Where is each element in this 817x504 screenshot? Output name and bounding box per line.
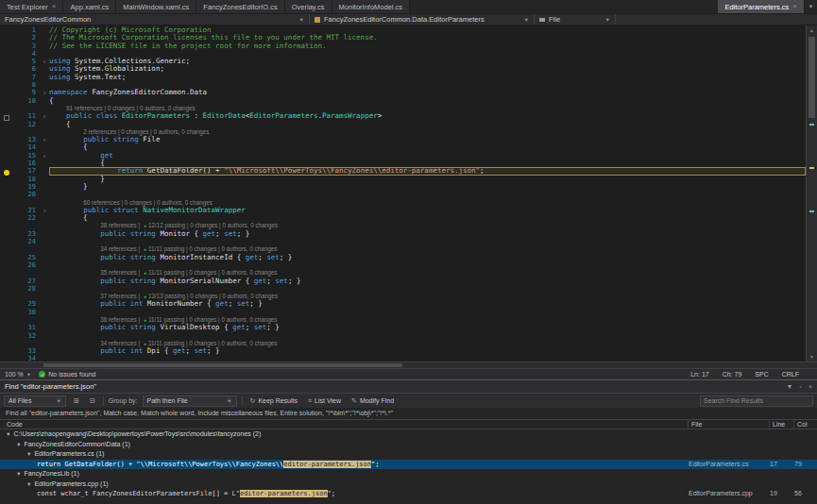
- line-indicator[interactable]: Ln: 17: [690, 371, 708, 378]
- find-group-row[interactable]: ▼FancyZonesEditorCommon\Data (1): [0, 440, 817, 450]
- fold-chevron-icon[interactable]: ∨: [40, 207, 49, 214]
- code-line[interactable]: 1// Copyright (c) Microsoft Corporation: [0, 26, 806, 34]
- expand-all-button[interactable]: ⊞: [71, 397, 82, 405]
- horizontal-scrollbar[interactable]: [0, 361, 817, 368]
- window-menu-icon[interactable]: ▼: [786, 383, 792, 390]
- spaces-indicator[interactable]: SPC: [755, 371, 768, 378]
- code-line[interactable]: 15∨ get: [0, 152, 806, 160]
- fold-chevron-icon[interactable]: ∨: [40, 58, 49, 65]
- codelens-row[interactable]: 91 references | 0 changes | 0 authors, 0…: [0, 105, 806, 112]
- group-by-dropdown[interactable]: Path then File ▼: [143, 395, 237, 407]
- code-line[interactable]: 16 {: [0, 160, 806, 167]
- tab-editorparameters[interactable]: EditorParameters.cs ×: [718, 0, 805, 13]
- code-line[interactable]: 2// The Microsoft Corporation licenses t…: [0, 34, 806, 42]
- find-group-row[interactable]: ▼EditorParameters.cpp (1): [0, 479, 817, 490]
- close-icon[interactable]: ×: [792, 3, 797, 10]
- codelens-row[interactable]: 37 references | ●13/13 passing | 0 chang…: [0, 293, 806, 300]
- document-tab[interactable]: App.xaml.cs: [63, 0, 116, 13]
- code-line[interactable]: 21∨ public struct NativeMonitorDataWrapp…: [0, 207, 806, 214]
- fold-chevron-icon[interactable]: ∨: [40, 136, 49, 143]
- code-line[interactable]: 33 public int Dpi { get; set; }: [0, 347, 806, 355]
- column-header-file[interactable]: File: [689, 420, 770, 428]
- vertical-scrollbar[interactable]: ▲ ▼: [806, 25, 817, 361]
- tab-list-dropdown-icon[interactable]: ▼: [805, 0, 817, 13]
- expander-icon[interactable]: ▼: [16, 471, 21, 477]
- find-panel-header[interactable]: Find "editor-parameters.json" ▼ ▫ ×: [0, 380, 817, 393]
- find-result-row[interactable]: const wchar_t FancyZonesEditorParameters…: [0, 489, 817, 499]
- expander-icon[interactable]: ▼: [26, 451, 31, 457]
- code-line[interactable]: 31 public string VirtualDesktop { get; s…: [0, 324, 806, 331]
- code-line[interactable]: 27 public string MonitorSerialNumber { g…: [0, 277, 806, 285]
- code-line[interactable]: 28: [0, 285, 806, 293]
- code-line[interactable]: 29 public int MonitorNumber { get; set; …: [0, 300, 806, 308]
- document-tab[interactable]: Overlay.cs: [285, 0, 332, 13]
- code-line[interactable]: 4: [0, 50, 806, 58]
- close-icon[interactable]: ×: [808, 383, 812, 390]
- code-line[interactable]: 3// See the LICENSE file in the project …: [0, 42, 806, 50]
- codelens-row[interactable]: 35 references | ●11/11 passing | 0 chang…: [0, 269, 806, 277]
- fold-chevron-icon[interactable]: ∨: [40, 89, 49, 96]
- column-header-code[interactable]: Code: [0, 420, 689, 428]
- codelens-row[interactable]: 60 references | 0 changes | 0 authors, 0…: [0, 199, 806, 207]
- codelens-row[interactable]: 34 references | ●11/11 passing | 0 chang…: [0, 245, 806, 253]
- find-group-row[interactable]: ▼C:\Users\zhaopengwang\Desktop\powertoys…: [0, 429, 817, 440]
- zoom-control[interactable]: 100 % ▼: [5, 371, 31, 378]
- code-line[interactable]: 23 public string Monitor { get; set; }: [0, 230, 806, 238]
- close-icon[interactable]: ×: [52, 3, 57, 10]
- code-line[interactable]: 24: [0, 238, 806, 245]
- health-indicator[interactable]: ✓ No issues found: [39, 371, 95, 378]
- code-line[interactable]: 8: [0, 81, 806, 89]
- code-line[interactable]: 10{: [0, 97, 806, 105]
- code-line[interactable]: 6using System.Globalization;: [0, 65, 806, 73]
- column-indicator[interactable]: Ch: 79: [723, 371, 742, 378]
- eol-indicator[interactable]: CRLF: [782, 371, 799, 378]
- expander-icon[interactable]: ▼: [26, 481, 31, 487]
- type-dropdown[interactable]: FancyZonesEditorCommon.Data.EditorParame…: [310, 14, 535, 25]
- codelens-row[interactable]: 34 references | ●11/11 passing | 0 chang…: [0, 340, 806, 347]
- document-tab[interactable]: MainWindow.xaml.cs: [116, 0, 196, 13]
- code-line[interactable]: 30: [0, 309, 806, 316]
- list-view-button[interactable]: ≡ List View: [305, 397, 344, 404]
- code-line[interactable]: 25 public string MonitorInstanceId { get…: [0, 254, 806, 261]
- member-dropdown[interactable]: File ▼: [535, 14, 616, 25]
- modify-find-button[interactable]: ✎ Modify Find: [349, 397, 397, 405]
- code-line[interactable]: 7using System.Text;: [0, 74, 806, 81]
- code-line[interactable]: 26: [0, 261, 806, 269]
- column-header-col[interactable]: Col: [794, 420, 817, 428]
- fold-chevron-icon[interactable]: ∨: [40, 152, 49, 160]
- scroll-up-icon[interactable]: ▲: [807, 25, 817, 35]
- find-result-row[interactable]: return GetDataFolder() + "\\Microsoft\\P…: [0, 460, 817, 470]
- code-line[interactable]: 5∨using System.Collections.Generic;: [0, 58, 806, 65]
- search-find-results-input[interactable]: [700, 395, 813, 407]
- scrollbar-thumb[interactable]: [808, 37, 815, 118]
- codelens-row[interactable]: 38 references | ●12/12 passing | 0 chang…: [0, 222, 806, 229]
- pin-icon[interactable]: ▫: [799, 383, 801, 390]
- code-line[interactable]: 32: [0, 332, 806, 340]
- column-header-line[interactable]: Line: [770, 420, 794, 428]
- codelens-row[interactable]: 36 references | ●11/11 passing | 0 chang…: [0, 316, 806, 324]
- code-line[interactable]: 18 }: [0, 176, 806, 183]
- scroll-down-icon[interactable]: ▼: [807, 352, 817, 361]
- fold-chevron-icon[interactable]: ∨: [40, 112, 49, 120]
- code-area[interactable]: 1// Copyright (c) Microsoft Corporation2…: [0, 25, 806, 361]
- scrollbar-thumb[interactable]: [43, 363, 402, 367]
- find-group-row[interactable]: ▼EditorParameters.cs (1): [0, 449, 817, 460]
- code-line[interactable]: 19 }: [0, 183, 806, 191]
- document-tab[interactable]: FancyZonesEditorIO.cs: [196, 0, 284, 13]
- code-line[interactable]: 12 {: [0, 121, 806, 128]
- scope-dropdown[interactable]: All Files ▼: [4, 395, 66, 407]
- document-tab[interactable]: MonitorInfoModel.cs: [332, 0, 411, 13]
- expander-icon[interactable]: ▼: [16, 442, 21, 447]
- project-dropdown[interactable]: FancyZonesEditorCommon ▼: [0, 14, 310, 25]
- collapse-all-button[interactable]: ⊟: [87, 397, 98, 405]
- find-group-row[interactable]: ▼FancyZonesLib (1): [0, 469, 817, 479]
- code-line[interactable]: 9∨namespace FancyZonesEditorCommon.Data: [0, 89, 806, 96]
- code-line[interactable]: 20: [0, 191, 806, 198]
- code-line[interactable]: 13∨ public string File: [0, 136, 806, 143]
- document-tab[interactable]: Test Explorer×: [0, 0, 63, 13]
- keep-results-button[interactable]: ↻ Keep Results: [247, 397, 301, 405]
- code-line[interactable]: 14 {: [0, 143, 806, 151]
- expander-icon[interactable]: ▼: [6, 431, 10, 437]
- code-line[interactable]: 11∨ public class EditorParameters : Edit…: [0, 112, 806, 120]
- code-line[interactable]: 22 {: [0, 214, 806, 222]
